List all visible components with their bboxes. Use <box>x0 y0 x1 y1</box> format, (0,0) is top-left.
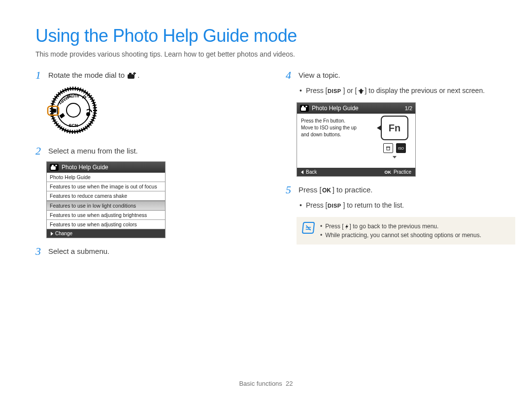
list-item-selected: Features to use in low light conditions <box>47 201 165 211</box>
step-number: 3 <box>35 246 42 257</box>
lcd-footer: Back OKPractice <box>297 168 415 176</box>
guide-mode-icon <box>300 105 309 112</box>
triangle-right-icon <box>51 232 53 236</box>
list-item: Features to use when the image is out of… <box>47 182 165 191</box>
step-text: Press [OK] to practice. <box>299 185 372 195</box>
svg-rect-17 <box>301 107 306 111</box>
iso-icon: ISO <box>396 143 406 153</box>
mode-dial-illustration: AUTO P SMART SCN <box>46 86 246 137</box>
lcd-topic-view: Photo Help Guide 1/2 Press the Fn button… <box>297 102 416 177</box>
step-4-bullet: • Press [DISP] or [] to display the prev… <box>299 86 502 95</box>
step-5-bullet: • Press [DISP] to return to the list. <box>299 200 502 210</box>
page-indicator: 1/2 <box>405 105 412 111</box>
svg-rect-1 <box>129 73 132 75</box>
svg-rect-14 <box>51 166 56 170</box>
step-number: 2 <box>35 146 42 156</box>
ok-icon: OK <box>322 187 332 194</box>
mini-icons: ISO <box>383 143 406 153</box>
step-4: 4 View a topic. <box>286 70 502 81</box>
lcd-footer: Change <box>47 229 165 238</box>
list-item: Photo Help Guide <box>47 173 165 182</box>
step-text: Select a menu from the list. <box>48 146 138 156</box>
lcd-header: Photo Help Guide <box>47 162 165 173</box>
lcd-menu-list: Photo Help Guide Photo Help Guide Featur… <box>46 161 166 238</box>
left-column: 1 Rotate the mode dial to . AUTO P SMART… <box>35 70 246 262</box>
svg-text:OK: OK <box>322 187 331 193</box>
step-3: 3 Select a submenu. <box>35 246 246 257</box>
trash-icon <box>383 143 393 153</box>
lcd-header: Photo Help Guide 1/2 <box>297 103 415 114</box>
step-text: Select a submenu. <box>48 246 109 257</box>
note-icon <box>302 222 315 234</box>
right-column: 4 View a topic. • Press [DISP] or [] to … <box>286 70 502 262</box>
note-line: • Press [] to go back to the previous me… <box>320 222 481 231</box>
svg-point-5 <box>66 103 80 117</box>
svg-rect-20 <box>386 147 390 148</box>
svg-rect-15 <box>52 165 54 166</box>
guide-mode-icon <box>50 164 59 171</box>
disp-icon: DISP <box>328 202 342 209</box>
step-number: 1 <box>35 70 42 81</box>
disp-icon: DISP <box>328 88 342 94</box>
guide-mode-icon <box>127 72 137 79</box>
step-5: 5 Press [OK] to practice. <box>286 185 502 195</box>
fn-button-graphic: Fn <box>381 116 408 140</box>
note-box: • Press [] to go back to the previous me… <box>297 217 515 245</box>
macro-icon <box>358 88 365 94</box>
step-1: 1 Rotate the mode dial to . <box>35 70 246 81</box>
page-title: Using the Photo Help Guide mode <box>35 26 502 46</box>
triangle-left-icon <box>301 170 303 174</box>
svg-text:SCN: SCN <box>68 123 78 128</box>
svg-text:DISP: DISP <box>328 203 341 209</box>
step-text: Rotate the mode dial to . <box>48 70 139 81</box>
list-item: Features to reduce camera shake <box>47 191 165 201</box>
chevron-down-icon <box>393 156 397 158</box>
list-item: Features to use when adjusting colors <box>47 220 165 229</box>
list-item: Features to use when adjusting brightnes… <box>47 211 165 220</box>
lcd-body-text: Press the Fn button. Move to ISO using t… <box>297 114 374 168</box>
svg-rect-11 <box>51 109 56 113</box>
step-text: View a topic. <box>299 70 340 81</box>
note-line: • While practicing, you cannot set shoot… <box>320 231 481 240</box>
step-number: 5 <box>286 185 293 195</box>
svg-rect-0 <box>128 74 134 79</box>
page-footer: Basic functions 22 <box>0 380 532 387</box>
svg-rect-19 <box>387 147 390 150</box>
step-2: 2 Select a menu from the list. <box>35 146 246 156</box>
step-number: 4 <box>286 70 293 81</box>
svg-point-12 <box>86 112 90 116</box>
lcd-list: Photo Help Guide Features to use when th… <box>47 173 165 229</box>
svg-text:DISP: DISP <box>328 89 341 94</box>
svg-rect-18 <box>302 106 304 107</box>
flash-icon <box>344 223 349 230</box>
page-subtitle: This mode provides various shooting tips… <box>35 50 502 58</box>
